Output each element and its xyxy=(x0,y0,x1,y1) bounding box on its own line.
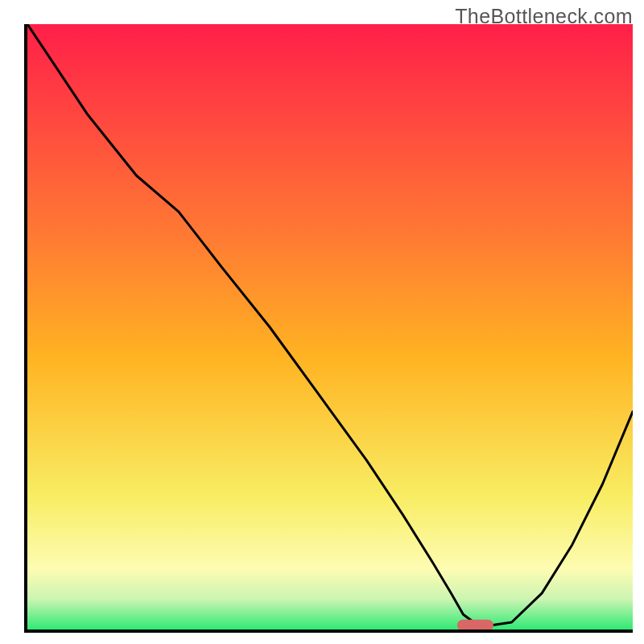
optimal-marker xyxy=(457,620,493,630)
gradient-background xyxy=(27,24,633,630)
bottleneck-figure: TheBottleneck.com xyxy=(0,0,644,644)
watermark-text: TheBottleneck.com xyxy=(455,5,633,28)
plot-svg xyxy=(27,24,633,630)
